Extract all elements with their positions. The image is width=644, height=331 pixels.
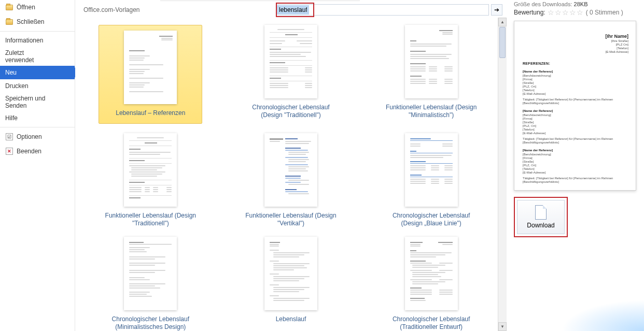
search-row: Office.com-Vorlagen ➔ (75, 2, 507, 18)
arrow-right-icon: ➔ (494, 6, 499, 13)
exit-icon: ✕ (5, 147, 13, 155)
template-label: Chronologischer Lebenslauf (Design "Trad… (242, 104, 340, 119)
sidebar-item-new[interactable]: Neu (0, 66, 75, 79)
template-thumbnail (264, 133, 317, 207)
template-item[interactable]: Chronologischer Lebenslauf (Minimalistis… (99, 237, 202, 331)
document-icon (535, 205, 547, 220)
templates-main: Office.com-Vorlagen ➔ (75, 0, 507, 331)
rating-label: Bewertung: (514, 9, 545, 16)
section-title: Office.com-Vorlagen (79, 6, 276, 13)
template-item[interactable]: Chronologischer Lebenslauf (Traditionell… (380, 237, 483, 331)
star-icon: ☆☆☆☆☆ (548, 8, 584, 17)
template-item[interactable]: Chronologischer Lebenslauf (Design „Blau… (380, 133, 483, 227)
template-preview: [Ihr Name] [Ihre Straße] [PLZ Ort] [Tele… (514, 21, 636, 191)
sidebar-item-info[interactable]: Informationen (0, 34, 75, 47)
sidebar-item-options[interactable]: ☑ Optionen (0, 129, 75, 144)
sidebar-item-open[interactable]: Öffnen (0, 0, 75, 15)
sidebar-label-open: Öffnen (17, 4, 35, 11)
download-highlight: Download (514, 197, 568, 237)
sidebar-item-exit[interactable]: ✕ Beenden (0, 144, 75, 159)
rating-row: Bewertung: ☆☆☆☆☆ ( 0 Stimmen ) (514, 8, 637, 17)
sidebar-item-save-send[interactable]: Speichern undSenden (0, 93, 75, 111)
download-label: Download (527, 222, 554, 229)
sidebar-label-recent: Zuletztverwendet (5, 49, 34, 64)
download-button[interactable]: Download (517, 200, 565, 234)
template-label: Lebenslauf – Referenzen (116, 109, 185, 117)
template-gallery: Lebenslauf – Referenzen (75, 18, 507, 331)
sidebar-label-options: Optionen (17, 133, 42, 140)
template-thumbnail (124, 31, 177, 104)
sidebar-item-print[interactable]: Drucken (0, 79, 75, 93)
template-thumbnail (405, 133, 458, 207)
scroll-thumb[interactable] (499, 27, 506, 58)
sidebar-separator (0, 31, 75, 32)
vertical-scrollbar[interactable]: ▲ ▼ (498, 18, 507, 331)
sidebar-item-recent[interactable]: Zuletztverwendet (0, 47, 75, 66)
search-box-wrap (276, 4, 489, 16)
sidebar-label-exit: Beenden (17, 148, 41, 155)
sidebar-label-new: Neu (5, 69, 17, 76)
sidebar-label-info: Informationen (5, 37, 43, 44)
sidebar-item-close[interactable]: Schließen (0, 15, 75, 29)
sidebar-label-help: Hilfe (5, 114, 18, 122)
backstage-sidebar: Öffnen Schließen Informationen Zuletztve… (0, 0, 75, 331)
template-label: Funktioneller Lebenslauf (Design "Tradit… (101, 212, 200, 227)
folder-close-icon (5, 18, 13, 26)
template-item[interactable]: Chronologischer Lebenslauf (Design "Trad… (239, 25, 343, 124)
vote-count: ( 0 Stimmen ) (586, 9, 623, 16)
sidebar-separator-2 (0, 127, 75, 127)
panel-divider (160, 1, 360, 1)
template-label: Chronologischer Lebenslauf (Minimalistis… (101, 315, 200, 331)
search-go-button[interactable]: ➔ (491, 4, 502, 16)
template-thumbnail (264, 25, 317, 98)
download-size-row: Größe des Downloads: 28KB (514, 1, 637, 7)
template-thumbnail (405, 237, 458, 310)
template-label: Funktioneller Lebenslauf (Design "Vertik… (242, 212, 340, 227)
sidebar-label-save-send: Speichern undSenden (5, 95, 45, 109)
options-icon: ☑ (5, 133, 13, 141)
template-label: Lebenslauf (276, 315, 306, 323)
template-label: Funktioneller Lebenslauf (Design "Minima… (382, 104, 481, 119)
scroll-up-button[interactable]: ▲ (498, 18, 507, 26)
template-thumbnail (124, 133, 177, 207)
folder-open-icon (5, 3, 13, 11)
template-item[interactable]: Funktioneller Lebenslauf (Design "Vertik… (239, 133, 343, 227)
template-label: Chronologischer Lebenslauf (Design „Blau… (382, 212, 481, 227)
sidebar-label-print: Drucken (5, 82, 29, 90)
sidebar-label-close: Schließen (17, 18, 44, 25)
template-item[interactable]: Lebenslauf (239, 237, 343, 331)
template-thumbnail (405, 25, 458, 98)
template-item[interactable]: Funktioneller Lebenslauf (Design "Minima… (380, 25, 483, 124)
template-search-input[interactable] (277, 5, 309, 15)
template-thumbnail (264, 237, 317, 310)
template-label: Chronologischer Lebenslauf (Traditionell… (382, 315, 481, 331)
preview-panel: Größe des Downloads: 28KB Bewertung: ☆☆☆… (507, 0, 644, 331)
gallery-scroll: Lebenslauf – Referenzen (75, 18, 507, 331)
template-item[interactable]: Funktioneller Lebenslauf (Design "Tradit… (99, 133, 202, 227)
template-item[interactable]: Lebenslauf – Referenzen (99, 25, 202, 124)
scroll-down-button[interactable]: ▼ (498, 322, 507, 331)
template-thumbnail (124, 237, 177, 310)
sidebar-item-help[interactable]: Hilfe (0, 111, 75, 125)
